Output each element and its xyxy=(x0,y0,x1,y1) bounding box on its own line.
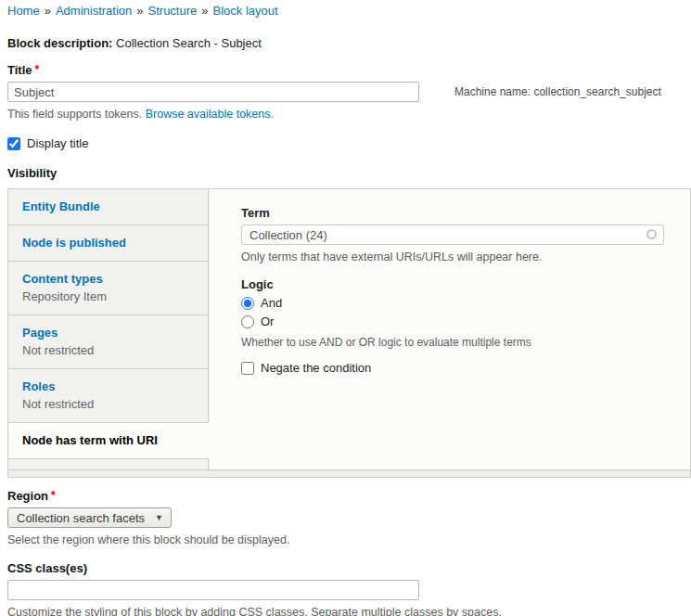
block-description: Block description: Collection Search - S… xyxy=(7,36,691,50)
logic-and-label[interactable]: And xyxy=(261,296,282,310)
region-field-group: Region* Collection search facets ▼ Selec… xyxy=(7,489,691,547)
tab-entity-bundle[interactable]: Entity Bundle xyxy=(8,189,209,225)
block-description-label: Block description: xyxy=(7,36,112,50)
tab-content-types[interactable]: Content types Repository Item xyxy=(8,261,209,314)
tab-label: Node has term with URI xyxy=(22,432,195,448)
logic-label: Logic xyxy=(241,277,664,291)
autocomplete-throbber-icon xyxy=(646,229,657,239)
visibility-heading: Visibility xyxy=(7,166,691,180)
breadcrumb-link-home[interactable]: Home xyxy=(7,4,40,18)
tab-label: Content types xyxy=(22,271,194,287)
title-label: Title* xyxy=(7,63,39,77)
tab-pane-node-has-term-with-uri: Term Only terms that have external URIs/… xyxy=(209,189,690,469)
css-classes-label: CSS class(es) xyxy=(7,561,87,575)
breadcrumb-link-structure[interactable]: Structure xyxy=(148,4,198,18)
tab-summary: Not restricted xyxy=(22,343,194,358)
block-configure-page: Home»Administration»Structure»Block layo… xyxy=(0,0,691,616)
tab-label: Node is published xyxy=(22,235,194,250)
breadcrumb-separator: » xyxy=(136,4,143,18)
logic-and-radio[interactable] xyxy=(241,297,254,310)
breadcrumb: Home»Administration»Structure»Block layo… xyxy=(7,4,691,19)
chevron-down-icon: ▼ xyxy=(155,513,163,522)
logic-or-label[interactable]: Or xyxy=(261,314,274,328)
css-field-group: CSS class(es) Customize the styling of t… xyxy=(7,561,691,616)
display-title-row: Display title xyxy=(7,136,691,150)
tab-label: Pages xyxy=(22,325,194,340)
machine-name: Machine name: collection_search_subject xyxy=(454,85,661,98)
region-selected-value: Collection search facets xyxy=(17,511,145,525)
breadcrumb-link-administration[interactable]: Administration xyxy=(56,4,132,18)
display-title-checkbox[interactable] xyxy=(7,137,20,150)
tab-node-is-published[interactable]: Node is published xyxy=(8,225,209,261)
breadcrumb-link-block-layout[interactable]: Block layout xyxy=(213,4,278,18)
logic-option-or-row: Or xyxy=(241,314,664,328)
tab-label: Entity Bundle xyxy=(22,199,194,214)
block-description-value: Collection Search - Subject xyxy=(116,36,262,50)
title-input[interactable] xyxy=(7,82,419,102)
tabs-menu-filler xyxy=(8,458,209,469)
vertical-tabs-footer xyxy=(7,470,691,478)
negate-condition-checkbox[interactable] xyxy=(241,362,254,375)
term-label: Term xyxy=(241,206,664,220)
region-label: Region* xyxy=(7,489,56,503)
tab-summary: Repository Item xyxy=(22,289,194,304)
tab-roles[interactable]: Roles Not restricted xyxy=(8,368,209,422)
breadcrumb-separator: » xyxy=(45,4,51,18)
required-mark: * xyxy=(51,489,56,502)
region-select[interactable]: Collection search facets ▼ xyxy=(7,507,172,528)
tab-label: Roles xyxy=(22,379,194,394)
negate-condition-label[interactable]: Negate the condition xyxy=(261,361,371,375)
negate-row: Negate the condition xyxy=(241,361,664,375)
vertical-tabs-menu: Entity Bundle Node is published Content … xyxy=(8,189,209,469)
tab-summary: Not restricted xyxy=(22,397,194,412)
term-help: Only terms that have external URIs/URLs … xyxy=(241,250,664,264)
required-mark: * xyxy=(35,63,40,76)
breadcrumb-separator: » xyxy=(201,4,208,18)
css-classes-input[interactable] xyxy=(7,580,419,600)
display-title-label[interactable]: Display title xyxy=(27,136,88,150)
region-help: Select the region where this block shoul… xyxy=(7,533,691,547)
css-help: Customize the styling of this block by a… xyxy=(7,606,691,616)
logic-option-and-row: And xyxy=(241,296,664,310)
browse-tokens-link[interactable]: Browse available tokens. xyxy=(146,108,274,121)
title-field-group: Title* Machine name: collection_search_s… xyxy=(7,63,691,122)
visibility-vertical-tabs: Entity Bundle Node is published Content … xyxy=(7,188,691,478)
title-help: This field supports tokens. Browse avail… xyxy=(7,108,691,122)
term-autocomplete-input[interactable] xyxy=(241,225,664,245)
logic-help: Whether to use AND or OR logic to evalua… xyxy=(241,336,664,349)
tab-node-has-term-with-uri[interactable]: Node has term with URI xyxy=(8,422,209,458)
logic-or-radio[interactable] xyxy=(241,315,254,328)
tab-pages[interactable]: Pages Not restricted xyxy=(8,314,209,368)
